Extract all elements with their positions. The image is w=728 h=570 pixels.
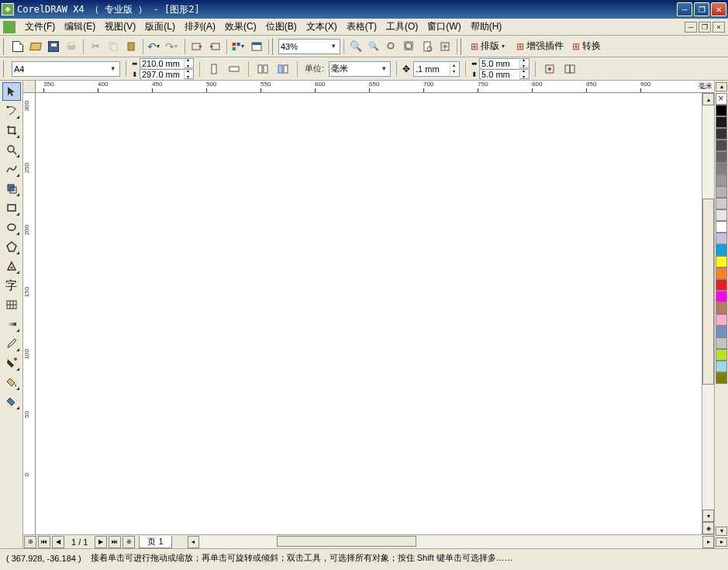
current-page-button[interactable] — [274, 60, 292, 78]
color-swatch[interactable] — [716, 244, 727, 256]
portrait-button[interactable] — [205, 60, 223, 78]
minimize-button[interactable]: ─ — [677, 2, 692, 16]
scroll-up-button[interactable]: ▴ — [702, 93, 714, 105]
mdi-minimize[interactable]: ─ — [685, 22, 697, 33]
snap-button-2[interactable] — [561, 60, 578, 78]
add-page-before-button[interactable]: ⊕ — [24, 536, 36, 548]
page-tab-1[interactable]: 页 1 — [139, 536, 171, 548]
color-swatch[interactable] — [716, 105, 727, 116]
paste-button[interactable] — [122, 38, 140, 55]
no-color-swatch[interactable] — [716, 93, 727, 105]
close-button[interactable]: ✕ — [711, 2, 726, 16]
table-tool[interactable] — [2, 295, 21, 314]
print-button[interactable] — [63, 38, 80, 55]
fill-tool[interactable] — [2, 373, 21, 392]
color-swatch[interactable] — [716, 256, 727, 268]
color-swatch[interactable] — [716, 233, 727, 244]
cut-button[interactable]: ✂ — [87, 38, 104, 55]
color-swatch[interactable] — [716, 221, 727, 233]
rectangle-tool[interactable] — [2, 199, 21, 217]
add-page-after-button[interactable]: ⊕ — [122, 536, 135, 548]
menu-help[interactable]: 帮助(H) — [466, 19, 507, 35]
interactive-tool[interactable] — [2, 315, 21, 333]
convert-button[interactable]: ⊞转换 — [568, 38, 605, 55]
freehand-tool[interactable] — [2, 160, 21, 178]
all-pages-button[interactable] — [254, 60, 271, 78]
palette-down-button[interactable]: ▾ — [716, 527, 727, 536]
menu-layout[interactable]: 版面(L) — [140, 19, 180, 35]
menu-effects[interactable]: 效果(C) — [220, 19, 261, 35]
color-swatch[interactable] — [716, 209, 727, 221]
page-width-input[interactable]: ▴▾ — [140, 58, 194, 68]
first-page-button[interactable]: ⏮ — [38, 536, 50, 548]
snap-button-1[interactable] — [541, 60, 558, 78]
color-swatch[interactable] — [716, 372, 727, 384]
next-page-button[interactable]: ▶ — [95, 536, 107, 548]
page-height-input[interactable]: ▴▾ — [140, 69, 194, 79]
menu-window[interactable]: 窗口(W) — [423, 19, 465, 35]
paper-size-combo[interactable]: ▼ — [12, 61, 120, 77]
copy-button[interactable] — [105, 38, 122, 55]
zoom-input[interactable] — [281, 40, 329, 53]
color-swatch[interactable] — [716, 279, 727, 291]
eyedropper-tool[interactable] — [2, 334, 21, 353]
palette-flyout-button[interactable]: ▸ — [716, 537, 727, 547]
menu-tools[interactable]: 工具(O) — [381, 19, 423, 35]
prev-page-button[interactable]: ◀ — [52, 536, 64, 548]
color-swatch[interactable] — [716, 116, 727, 128]
scroll-right-button[interactable]: ▸ — [702, 536, 714, 548]
smart-fill-tool[interactable] — [2, 179, 21, 198]
scroll-down-button[interactable]: ▾ — [702, 510, 714, 522]
zoom-combo[interactable]: ▼ — [278, 39, 340, 54]
polygon-tool[interactable] — [2, 237, 21, 256]
crop-tool[interactable] — [2, 121, 21, 140]
palette-up-button[interactable]: ▴ — [716, 82, 727, 92]
color-swatch[interactable] — [716, 361, 727, 372]
enhance-plugin-button[interactable]: ⊞增强插件 — [512, 38, 568, 55]
interactive-fill-tool[interactable] — [2, 392, 21, 411]
menu-view[interactable]: 视图(V) — [100, 19, 140, 35]
dropdown-icon[interactable]: ▼ — [379, 65, 388, 72]
color-swatch[interactable] — [716, 349, 727, 361]
zoom-in-button[interactable]: 🔍 — [347, 38, 364, 55]
text-tool[interactable]: 字 — [2, 276, 21, 295]
ruler-horizontal[interactable]: 毫米 350400450500550600650700750800850900 — [36, 81, 714, 93]
zoom-selection-button[interactable] — [383, 38, 400, 55]
color-swatch[interactable] — [716, 151, 727, 163]
unit-input[interactable] — [331, 63, 379, 75]
open-button[interactable] — [27, 38, 44, 55]
color-swatch[interactable] — [716, 198, 727, 209]
save-button[interactable] — [45, 38, 62, 55]
mdi-restore[interactable]: ❐ — [699, 22, 711, 33]
dropdown-icon[interactable]: ▼ — [329, 43, 338, 50]
duplicate-y-input[interactable]: ▴▾ — [479, 69, 530, 79]
color-swatch[interactable] — [716, 128, 727, 140]
duplicate-x-input[interactable]: ▴▾ — [479, 58, 530, 68]
color-swatch[interactable] — [716, 268, 727, 279]
mdi-close[interactable]: × — [712, 22, 725, 33]
outline-tool[interactable] — [2, 354, 21, 372]
undo-button[interactable]: ↶▾ — [147, 38, 164, 55]
last-page-button[interactable]: ⏭ — [109, 536, 121, 548]
zoom-page-button[interactable] — [419, 38, 436, 55]
maximize-button[interactable]: ❐ — [694, 2, 709, 16]
ruler-vertical[interactable]: 300250200150100500 — [23, 93, 36, 534]
import-button[interactable] — [188, 38, 205, 55]
welcome-button[interactable] — [248, 38, 265, 55]
redo-button[interactable]: ↷▾ — [164, 38, 181, 55]
ellipse-tool[interactable] — [2, 218, 21, 237]
menu-arrange[interactable]: 排列(A) — [180, 19, 220, 35]
paper-size-input[interactable] — [14, 63, 108, 75]
app-launcher[interactable]: ▾ — [230, 38, 247, 55]
export-button[interactable] — [206, 38, 223, 55]
grip[interactable] — [3, 38, 6, 55]
zoom-out-button[interactable]: 🔍 — [365, 38, 382, 55]
menu-edit[interactable]: 编辑(E) — [60, 19, 100, 35]
nudge-input[interactable]: ▴▾ — [413, 61, 460, 77]
zoom-tool[interactable] — [2, 140, 21, 159]
zoom-fit-button[interactable] — [436, 38, 454, 55]
color-swatch[interactable] — [716, 314, 727, 326]
grip[interactable] — [461, 38, 464, 55]
zoom-all-button[interactable] — [401, 38, 418, 55]
menu-text[interactable]: 文本(X) — [302, 19, 342, 35]
